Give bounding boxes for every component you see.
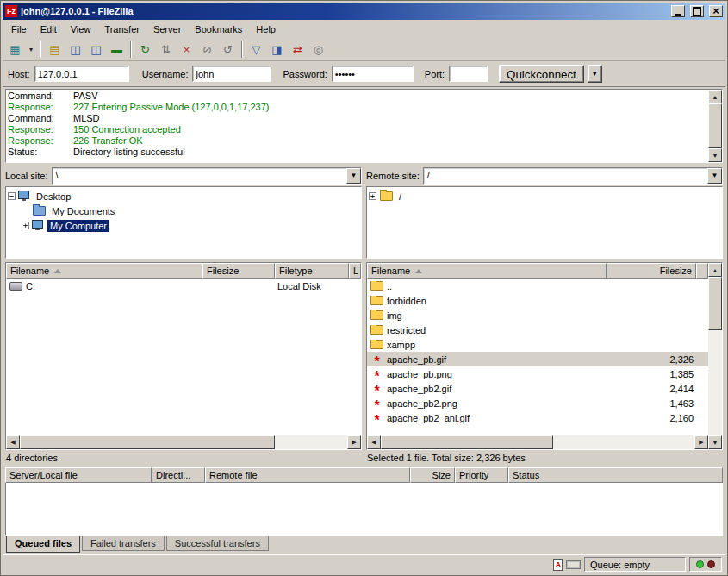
column-header-priority[interactable]: Priority xyxy=(455,467,508,483)
local-horizontal-scrollbar[interactable] xyxy=(6,435,361,449)
port-input[interactable] xyxy=(449,66,488,82)
remote-vertical-scrollbar[interactable] xyxy=(708,263,722,449)
find-button[interactable]: ◎ xyxy=(308,40,328,59)
minimize-button[interactable] xyxy=(671,5,685,17)
close-button[interactable] xyxy=(709,5,723,17)
column-header-size[interactable]: Size xyxy=(410,467,455,483)
local-site-dropdown-button[interactable] xyxy=(346,168,361,184)
remote-tree: / xyxy=(366,186,723,259)
scrollbar-thumb[interactable] xyxy=(20,435,275,449)
file-row[interactable]: .. xyxy=(367,279,708,293)
remote-horizontal-scrollbar[interactable] xyxy=(367,435,708,449)
column-header-filetype[interactable]: Filetype xyxy=(275,263,349,279)
password-input[interactable] xyxy=(332,66,414,82)
file-row[interactable]: forbidden xyxy=(367,293,708,308)
column-header-filesize[interactable]: Filesize xyxy=(607,263,696,279)
file-row[interactable]: apache_pb2.png 1,463 xyxy=(367,396,708,410)
file-row[interactable]: restricted xyxy=(367,322,708,337)
scrollbar-thumb[interactable] xyxy=(708,103,722,148)
scroll-left-button[interactable] xyxy=(6,435,20,449)
scroll-down-button[interactable] xyxy=(708,148,722,162)
folder-icon xyxy=(380,191,393,201)
toggle-queue-button[interactable]: ▬ xyxy=(107,40,127,59)
filezilla-logo-icon: Fz xyxy=(5,5,17,17)
column-header-lastmodified[interactable]: L xyxy=(349,263,361,279)
column-header-remote-file[interactable]: Remote file xyxy=(205,467,410,483)
scrollbar-thumb[interactable] xyxy=(381,435,553,449)
file-row[interactable]: img xyxy=(367,308,708,322)
menu-file[interactable]: File xyxy=(4,22,34,37)
scrollbar-thumb[interactable] xyxy=(708,277,722,330)
log-line: Response:226 Transfer OK xyxy=(8,135,706,147)
file-row[interactable]: apache_pb2_ani.gif 2,160 xyxy=(367,410,708,425)
keyboard-icon xyxy=(566,560,581,569)
scroll-left-button[interactable] xyxy=(367,435,381,449)
disconnect-icon: ⊘ xyxy=(202,43,212,56)
scroll-right-button[interactable] xyxy=(347,435,361,449)
quickconnect-button[interactable]: Quickconnect xyxy=(499,65,584,83)
expand-icon[interactable] xyxy=(22,222,29,229)
toggle-message-log-button[interactable]: ▤ xyxy=(45,40,65,59)
local-file-list: Filename Filesize Filetype L C: Local Di… xyxy=(5,262,362,450)
desktop-icon xyxy=(18,191,29,199)
refresh-button[interactable]: ↻ xyxy=(135,40,155,59)
column-header-direction[interactable]: Directi... xyxy=(152,467,205,483)
local-status-text: 4 directories xyxy=(5,450,362,466)
message-log: Command:PASV Response:227 Entering Passi… xyxy=(5,89,723,163)
filter-button[interactable]: ▽ xyxy=(246,40,266,59)
site-manager-dropdown-button[interactable]: ▾ xyxy=(26,40,36,59)
toggle-local-tree-button[interactable]: ◫ xyxy=(65,40,85,59)
tab-successful-transfers[interactable]: Successful transfers xyxy=(166,536,269,551)
toolbar-separator xyxy=(130,41,132,58)
menu-help[interactable]: Help xyxy=(249,22,283,37)
maximize-button[interactable] xyxy=(690,5,704,17)
scroll-up-button[interactable] xyxy=(708,90,722,103)
column-header-status[interactable]: Status xyxy=(508,467,723,483)
folder-icon xyxy=(370,310,383,320)
file-row[interactable]: apache_pb.png 1,385 xyxy=(367,366,708,381)
toggle-remote-tree-button[interactable]: ◫ xyxy=(86,40,106,59)
host-input[interactable] xyxy=(34,66,129,82)
cancel-button[interactable]: × xyxy=(177,40,196,59)
directory-comparison-button[interactable]: ◨ xyxy=(267,40,287,59)
column-header-filename[interactable]: Filename xyxy=(6,263,202,279)
reconnect-button[interactable]: ↺ xyxy=(218,40,238,59)
file-row-c-drive[interactable]: C: Local Disk xyxy=(6,279,361,293)
menu-view[interactable]: View xyxy=(64,22,98,37)
file-row[interactable]: xampp xyxy=(367,337,708,352)
file-row-selected[interactable]: apache_pb.gif 2,326 xyxy=(367,352,708,366)
log-scrollbar[interactable] xyxy=(708,90,722,162)
local-site-combo[interactable]: \ xyxy=(52,167,362,185)
disconnect-button[interactable]: ⊘ xyxy=(197,40,217,59)
column-header-filename[interactable]: Filename xyxy=(367,263,607,279)
menu-edit[interactable]: Edit xyxy=(34,22,64,37)
host-label: Host: xyxy=(8,69,30,79)
scroll-up-button[interactable] xyxy=(708,263,722,277)
titlebar[interactable]: Fz john@127.0.0.1 - FileZilla xyxy=(3,3,725,20)
username-input[interactable] xyxy=(192,66,271,82)
tab-failed-transfers[interactable]: Failed transfers xyxy=(82,536,165,551)
file-row[interactable]: apache_pb2.gif 2,414 xyxy=(367,381,708,396)
column-header-filesize[interactable]: Filesize xyxy=(202,263,275,279)
scroll-right-button[interactable] xyxy=(694,435,708,449)
column-header-server-local-file[interactable]: Server/Local file xyxy=(5,467,152,483)
process-queue-button[interactable]: ⇅ xyxy=(156,40,176,59)
menu-bookmarks[interactable]: Bookmarks xyxy=(188,22,249,37)
scroll-down-button[interactable] xyxy=(708,435,722,449)
tab-queued-files[interactable]: Queued files xyxy=(6,536,80,553)
menu-server[interactable]: Server xyxy=(146,22,188,37)
tree-item-desktop[interactable]: Desktop xyxy=(8,189,359,203)
remote-site-combo[interactable]: / xyxy=(423,167,723,185)
collapse-icon[interactable] xyxy=(8,192,16,200)
sync-browsing-button[interactable]: ⇄ xyxy=(288,40,308,59)
site-manager-button[interactable]: ▦ xyxy=(5,40,25,59)
tree-item-my-documents[interactable]: My Documents xyxy=(8,203,359,218)
remote-site-dropdown-button[interactable] xyxy=(707,168,722,184)
menu-transfer[interactable]: Transfer xyxy=(97,22,146,37)
remote-status-text: Selected 1 file. Total size: 2,326 bytes xyxy=(366,450,723,466)
tree-item-my-computer[interactable]: My Computer xyxy=(8,218,359,233)
expand-icon[interactable] xyxy=(369,192,376,200)
computer-icon xyxy=(32,220,43,229)
tree-item-root[interactable]: / xyxy=(369,189,720,203)
quickconnect-dropdown-button[interactable] xyxy=(588,65,602,83)
